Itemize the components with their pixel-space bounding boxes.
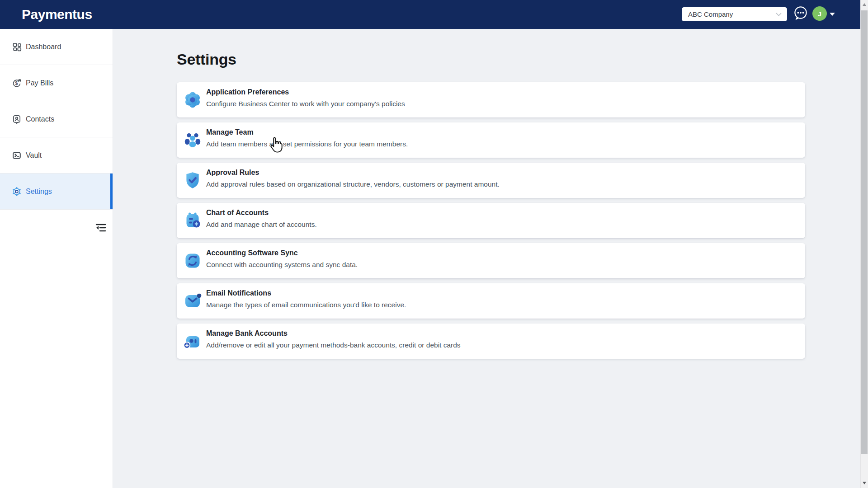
sync-arrows-icon (183, 251, 203, 271)
chart-of-accounts-ledger-icon (183, 211, 203, 230)
bank-accounts-icon (183, 331, 203, 351)
vault-terminal-icon (12, 150, 22, 160)
card-description: Add/remove or edit all your payment meth… (206, 341, 461, 349)
sidebar-item-label: Settings (26, 188, 52, 196)
card-title: Application Preferences (206, 88, 289, 96)
shield-check-icon (183, 170, 203, 190)
team-people-icon (183, 130, 203, 150)
card-description: Add and manage chart of accounts. (206, 221, 317, 229)
chevron-down-icon (776, 13, 782, 16)
sidebar-item-vault[interactable]: Vault (0, 137, 113, 174)
scrollbar-up-arrow[interactable] (863, 3, 866, 6)
card-title: Manage Bank Accounts (206, 329, 288, 338)
vertical-scrollbar[interactable] (860, 0, 868, 488)
collapse-sidebar-button[interactable] (94, 221, 108, 234)
sidebar-item-label: Dashboard (26, 43, 61, 51)
sidebar-item-settings[interactable]: Settings (0, 174, 113, 210)
card-description: Manage the types of email communications… (206, 301, 406, 309)
card-description: Add team members and set permissions for… (206, 140, 408, 148)
card-application-preferences[interactable]: Application Preferences Configure Busine… (177, 82, 805, 117)
card-title: Approval Rules (206, 169, 259, 177)
sidebar-item-pay-bills[interactable]: $ Pay Bills (0, 65, 113, 101)
dashboard-grid-icon (12, 42, 22, 52)
company-selector-value: ABC Company (688, 10, 776, 18)
card-title: Accounting Software Sync (206, 249, 298, 257)
svg-text:$: $ (15, 80, 18, 86)
sidebar-item-label: Contacts (26, 115, 54, 123)
settings-gear-icon (12, 187, 22, 197)
contacts-badge-icon (12, 114, 22, 124)
chat-button[interactable] (793, 5, 809, 23)
card-accounting-software-sync[interactable]: Accounting Software Sync Connect with ac… (177, 243, 805, 278)
card-chart-of-accounts[interactable]: Chart of Accounts Add and manage chart o… (177, 203, 805, 238)
sidebar-item-label: Vault (26, 151, 42, 160)
card-description: Add approval rules based on organization… (206, 180, 500, 188)
card-manage-team[interactable]: Manage Team Add team members and set per… (177, 122, 805, 158)
page-title: Settings (177, 51, 236, 68)
card-manage-bank-accounts[interactable]: Manage Bank Accounts Add/remove or edit … (177, 324, 805, 359)
sidebar: Dashboard $ Pay Bills Contacts (0, 29, 113, 488)
pay-bills-dollar-cycle-icon: $ (12, 78, 22, 88)
paymentus-logo: Paymentus (22, 0, 92, 29)
preferences-gear-icon (183, 90, 203, 110)
chat-bubble-icon (793, 5, 809, 23)
sidebar-item-dashboard[interactable]: Dashboard (0, 29, 113, 65)
settings-card-list: Application Preferences Configure Busine… (177, 82, 805, 364)
sidebar-item-contacts[interactable]: Contacts (0, 101, 113, 137)
card-description: Configure Business Center to work with y… (206, 100, 405, 108)
avatar-initial: J (818, 10, 821, 18)
email-envelope-icon (183, 291, 203, 311)
card-description: Connect with accounting systems and sync… (206, 261, 358, 269)
sidebar-item-label: Pay Bills (26, 79, 53, 87)
user-avatar[interactable]: J (812, 6, 827, 21)
top-bar: Paymentus ABC Company J (0, 0, 868, 29)
card-email-notifications[interactable]: Email Notifications Manage the types of … (177, 283, 805, 319)
company-selector-dropdown[interactable]: ABC Company (682, 7, 787, 21)
card-title: Chart of Accounts (206, 209, 269, 217)
card-title: Manage Team (206, 128, 254, 136)
collapse-sidebar-icon (95, 222, 107, 233)
avatar-caret-down-icon[interactable] (830, 13, 835, 16)
card-title: Email Notifications (206, 289, 271, 297)
card-approval-rules[interactable]: Approval Rules Add approval rules based … (177, 163, 805, 198)
scrollbar-thumb[interactable] (861, 10, 868, 454)
scrollbar-down-arrow[interactable] (863, 482, 866, 484)
